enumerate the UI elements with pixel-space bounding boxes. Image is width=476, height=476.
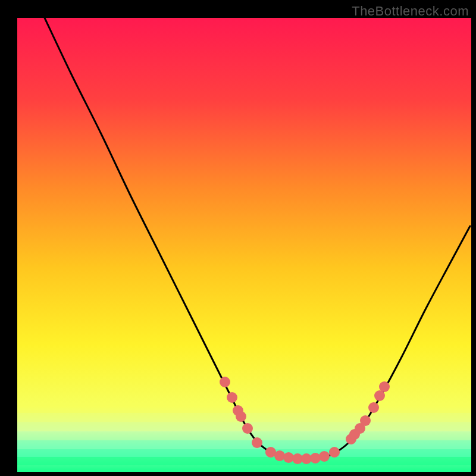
- curve-marker: [236, 411, 246, 422]
- svg-rect-6: [17, 449, 471, 458]
- bottleneck-chart: [0, 0, 476, 476]
- curve-marker: [368, 402, 379, 413]
- curve-marker: [242, 423, 253, 434]
- curve-marker: [274, 450, 285, 461]
- curve-marker: [329, 447, 340, 458]
- curve-marker: [360, 415, 371, 426]
- chart-container: TheBottleneck.com: [0, 0, 476, 476]
- svg-rect-1: [17, 405, 471, 413]
- svg-rect-5: [17, 440, 471, 449]
- curve-marker: [252, 437, 262, 448]
- curve-marker: [319, 451, 330, 462]
- curve-marker: [227, 392, 237, 403]
- svg-rect-7: [17, 457, 471, 465]
- curve-marker: [220, 377, 230, 387]
- curve-marker: [379, 381, 390, 392]
- gradient-background: [17, 18, 471, 472]
- curve-marker: [310, 453, 321, 464]
